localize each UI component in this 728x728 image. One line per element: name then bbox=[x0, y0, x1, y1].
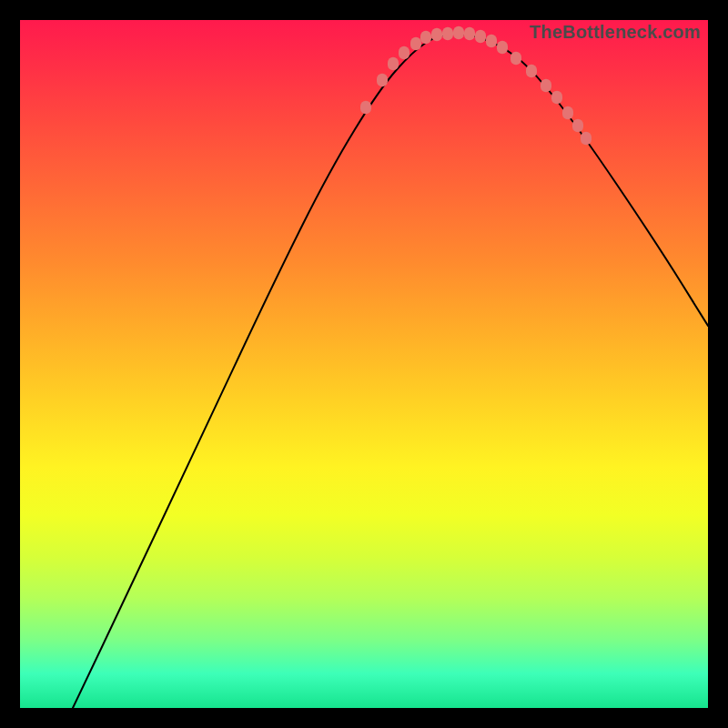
highlight-dot bbox=[442, 27, 453, 40]
curve-svg bbox=[20, 20, 708, 708]
highlight-dot bbox=[572, 119, 583, 132]
highlight-dot bbox=[562, 106, 573, 119]
highlight-dot bbox=[431, 28, 442, 41]
highlight-dot bbox=[464, 27, 475, 40]
highlight-dot bbox=[486, 35, 497, 47]
highlight-dot bbox=[526, 65, 537, 77]
highlight-dot bbox=[511, 52, 521, 65]
highlight-dot bbox=[497, 41, 508, 54]
highlight-dot bbox=[410, 37, 421, 50]
highlight-dots bbox=[360, 26, 592, 145]
highlight-dot bbox=[388, 57, 399, 70]
chart-frame: TheBottleneck.com bbox=[0, 0, 728, 728]
plot-area: TheBottleneck.com bbox=[20, 20, 708, 708]
highlight-dot bbox=[541, 79, 551, 92]
highlight-dot bbox=[420, 31, 431, 44]
highlight-dot bbox=[551, 91, 562, 104]
highlight-dot bbox=[399, 46, 410, 59]
bottleneck-curve-path bbox=[73, 34, 708, 708]
highlight-dot bbox=[360, 101, 371, 114]
highlight-dot bbox=[377, 74, 388, 86]
highlight-dot bbox=[475, 30, 486, 43]
watermark-text: TheBottleneck.com bbox=[530, 22, 701, 43]
highlight-dot bbox=[453, 26, 464, 39]
bottleneck-curve bbox=[73, 34, 708, 708]
highlight-dot bbox=[581, 132, 592, 145]
